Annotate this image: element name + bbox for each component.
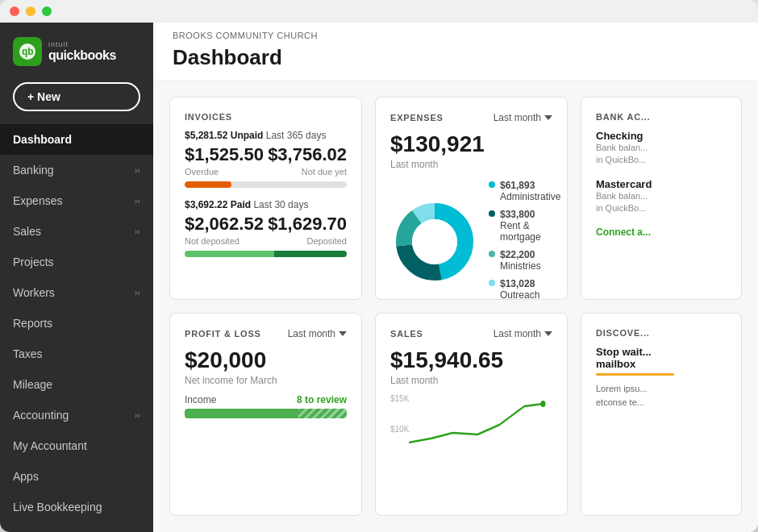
pl-dropdown[interactable]: Last month — [288, 328, 347, 339]
invoices-paid-bar — [185, 251, 347, 257]
sidebar-item-label-projects: Projects — [13, 256, 54, 268]
deposited-amount: $1,629.70 — [268, 214, 347, 235]
expenses-body: $61,893Administrative $33,800Rent & mort… — [390, 180, 552, 300]
sidebar-item-reports[interactable]: Reports — [0, 308, 153, 339]
expenses-dropdown[interactable]: Last month — [494, 112, 552, 123]
legend-dot — [489, 181, 495, 188]
sidebar-item-label-reports: Reports — [13, 317, 52, 330]
not-due-amount: $3,756.02 — [268, 144, 347, 165]
not-deposited-amount: $2,062.52 — [185, 214, 264, 235]
invoices-paid-labels: Not deposited Deposited — [185, 236, 347, 246]
sidebar-item-label-workers: Workers — [13, 286, 55, 299]
sidebar-item-label-banking: Banking — [13, 164, 54, 177]
sidebar-item-label-dashboard: Dashboard — [13, 133, 72, 146]
sales-title: SALES Last month — [390, 328, 552, 339]
profit-loss-card: PROFIT & LOSS Last month $20,000 Net inc… — [169, 313, 362, 516]
connect-account-link[interactable]: Connect a... — [596, 227, 727, 238]
chevron-icon-workers: › — [135, 288, 140, 297]
sidebar-item-label-sales: Sales — [13, 225, 41, 238]
page-title: Dashboard — [173, 45, 739, 80]
pl-income-label: Income — [185, 394, 216, 405]
sidebar-item-workers[interactable]: Workers› — [0, 277, 153, 308]
pl-income-row: Income 8 to review — [185, 394, 347, 405]
invoices-title: INVOICES — [185, 112, 347, 122]
invoices-paid-summary: $3,692.22 Paid Last 30 days — [185, 199, 347, 210]
invoices-paid-amounts: $2,062.52 $1,629.70 — [185, 214, 347, 235]
quickbooks-label: quickbooks — [48, 48, 116, 63]
legend-dot — [489, 280, 495, 286]
expenses-title: EXPENSES Last month — [390, 112, 552, 123]
deposited-fill — [274, 251, 347, 257]
sidebar: qb intuit quickbooks + New DashboardBank… — [0, 23, 153, 532]
sidebar-item-banking[interactable]: Banking› — [0, 155, 153, 185]
pl-period: Net income for March — [185, 375, 347, 386]
discover-body-text: Lorem ipsu...etconse te... — [596, 382, 727, 409]
sidebar-item-live-bookkeeping[interactable]: Live Bookkeeping — [0, 492, 153, 522]
sidebar-item-label-mileage: Mileage — [13, 378, 52, 391]
bank-accounts-title: BANK AC... — [596, 112, 727, 122]
legend-item: $61,893Administrative — [489, 180, 560, 202]
sidebar-item-apps[interactable]: Apps — [0, 461, 153, 492]
minimize-button[interactable] — [26, 6, 35, 16]
sidebar-item-expenses[interactable]: Expenses› — [0, 185, 153, 216]
bank-accounts-card: BANK AC... Checking Bank balan...in Quic… — [581, 97, 742, 300]
chevron-icon-sales: › — [135, 227, 140, 236]
sales-chart: $15K $10K — [390, 394, 552, 459]
svg-point-7 — [412, 219, 457, 264]
sidebar-item-label-accounting: Accounting — [13, 409, 69, 422]
sidebar-item-label-my-accountant: My Accountant — [13, 439, 87, 452]
invoices-unpaid-summary: $5,281.52 Unpaid Last 365 days — [185, 130, 347, 141]
sidebar-item-dashboard[interactable]: Dashboard — [0, 124, 153, 155]
checking-desc: Bank balan...in QuickBo... — [596, 142, 727, 167]
sidebar-item-sales[interactable]: Sales› — [0, 216, 153, 247]
sidebar-item-label-taxes: Taxes — [13, 347, 43, 360]
chart-y-label-15k: $15K — [390, 394, 409, 403]
maximize-button[interactable] — [42, 6, 52, 16]
main-header: BROOKS COMMUNITY CHURCH Dashboard — [153, 23, 758, 81]
not-deposited-fill — [185, 251, 274, 257]
sidebar-item-mileage[interactable]: Mileage — [0, 369, 153, 400]
discover-accent-bar — [596, 373, 674, 376]
overdue-fill — [185, 181, 231, 188]
invoices-unpaid-labels: Overdue Not due yet — [185, 167, 347, 177]
sidebar-item-my-accountant[interactable]: My Accountant — [0, 430, 153, 461]
mastercard-name: Mastercard — [596, 178, 727, 190]
sidebar-item-label-live-bookkeeping: Live Bookkeeping — [13, 501, 102, 513]
pl-review-link[interactable]: 8 to review — [297, 394, 347, 405]
expenses-legend: $61,893Administrative $33,800Rent & mort… — [489, 180, 560, 300]
sales-card: SALES Last month $15,940.65 Last month $… — [375, 313, 568, 516]
overdue-amount: $1,525.50 — [185, 144, 264, 165]
pl-income-bar — [185, 409, 347, 418]
sidebar-item-label-expenses: Expenses — [13, 194, 62, 207]
company-name: BROOKS COMMUNITY CHURCH — [173, 31, 739, 45]
discover-title: DISCOVE... — [596, 328, 727, 338]
checking-name: Checking — [596, 130, 727, 142]
close-button[interactable] — [10, 6, 19, 16]
title-bar — [0, 0, 758, 23]
legend-item: $13,028Outreach — [489, 278, 560, 300]
brand-text: intuit quickbooks — [48, 40, 116, 63]
sidebar-nav: DashboardBanking›Expenses›Sales›Projects… — [0, 124, 153, 532]
legend-item: $33,800Rent & mortgage — [489, 209, 560, 243]
expenses-donut — [390, 197, 479, 289]
qb-logo-icon: qb — [13, 37, 42, 66]
sidebar-item-accounting[interactable]: Accounting› — [0, 400, 153, 430]
pl-amount: $20,000 — [185, 347, 347, 373]
svg-point-8 — [540, 401, 545, 407]
svg-text:qb: qb — [22, 46, 34, 57]
invoices-unpaid-bar — [185, 181, 347, 188]
app-body: qb intuit quickbooks + New DashboardBank… — [0, 23, 758, 532]
sidebar-item-projects[interactable]: Projects — [0, 247, 153, 277]
chevron-icon-expenses: › — [135, 196, 140, 206]
mastercard-account: Mastercard Bank balan...in QuickBo... — [596, 178, 727, 215]
main-area: BROOKS COMMUNITY CHURCH Dashboard INVOIC… — [153, 23, 758, 532]
sidebar-item-label-apps: Apps — [13, 470, 39, 483]
sidebar-item-taxes[interactable]: Taxes — [0, 339, 153, 369]
invoices-card: INVOICES $5,281.52 Unpaid Last 365 days … — [169, 97, 362, 300]
new-button[interactable]: + New — [13, 82, 140, 111]
chevron-icon-banking: › — [135, 165, 140, 175]
legend-item: $22,200Ministries — [489, 249, 560, 272]
checking-account: Checking Bank balan...in QuickBo... — [596, 130, 727, 167]
logo-area: qb intuit quickbooks — [0, 23, 153, 76]
sales-dropdown[interactable]: Last month — [494, 328, 552, 339]
